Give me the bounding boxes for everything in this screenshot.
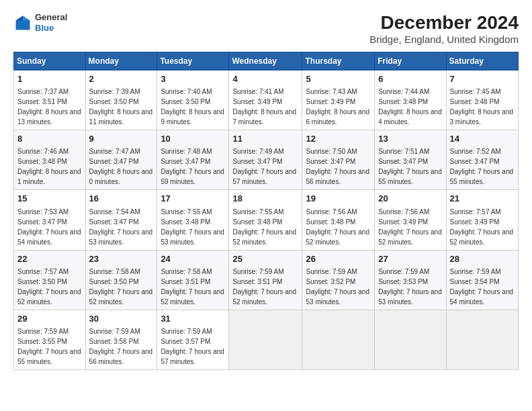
calendar-cell: 6Sunrise: 7:44 AMSunset: 3:48 PMDaylight… — [375, 71, 446, 130]
day-number: 9 — [89, 133, 154, 145]
day-info: Sunrise: 7:59 AMSunset: 3:52 PMDaylight:… — [306, 268, 369, 306]
day-info: Sunrise: 7:51 AMSunset: 3:47 PMDaylight:… — [378, 148, 442, 185]
day-info: Sunrise: 7:55 AMSunset: 3:48 PMDaylight:… — [161, 208, 224, 246]
header-sunday: Sunday — [14, 52, 86, 71]
day-number: 6 — [378, 73, 442, 85]
calendar-cell: 8Sunrise: 7:46 AMSunset: 3:48 PMDaylight… — [14, 130, 86, 190]
calendar-cell: 24Sunrise: 7:58 AMSunset: 3:51 PMDayligh… — [157, 250, 229, 310]
calendar-week-2: 8Sunrise: 7:46 AMSunset: 3:48 PMDaylight… — [14, 130, 519, 190]
calendar-cell: 21Sunrise: 7:57 AMSunset: 3:49 PMDayligh… — [446, 190, 518, 250]
calendar-header: Sunday Monday Tuesday Wednesday Thursday… — [14, 52, 519, 71]
day-number: 14 — [450, 133, 515, 145]
calendar-cell: 4Sunrise: 7:41 AMSunset: 3:49 PMDaylight… — [229, 71, 302, 130]
day-number: 17 — [161, 193, 225, 205]
calendar-cell: 12Sunrise: 7:50 AMSunset: 3:47 PMDayligh… — [302, 130, 375, 190]
header-saturday: Saturday — [446, 52, 518, 71]
calendar-week-3: 15Sunrise: 7:53 AMSunset: 3:47 PMDayligh… — [14, 190, 519, 250]
day-number: 1 — [17, 73, 82, 85]
day-info: Sunrise: 7:45 AMSunset: 3:48 PMDaylight:… — [450, 88, 514, 126]
logo-general: General — [35, 12, 67, 23]
calendar-cell: 7Sunrise: 7:45 AMSunset: 3:48 PMDaylight… — [446, 71, 518, 130]
day-number: 25 — [232, 253, 298, 265]
day-number: 28 — [450, 253, 515, 265]
calendar-week-1: 1Sunrise: 7:37 AMSunset: 3:51 PMDaylight… — [14, 71, 519, 130]
day-info: Sunrise: 7:39 AMSunset: 3:50 PMDaylight:… — [89, 88, 153, 126]
calendar-week-5: 29Sunrise: 7:59 AMSunset: 3:55 PMDayligh… — [14, 310, 519, 369]
day-info: Sunrise: 7:58 AMSunset: 3:51 PMDaylight:… — [161, 268, 224, 306]
calendar-cell: 18Sunrise: 7:55 AMSunset: 3:48 PMDayligh… — [229, 190, 302, 250]
day-number: 8 — [17, 133, 82, 145]
day-info: Sunrise: 7:59 AMSunset: 3:56 PMDaylight:… — [89, 328, 153, 365]
calendar-cell: 9Sunrise: 7:47 AMSunset: 3:47 PMDaylight… — [85, 130, 157, 190]
day-number: 11 — [232, 133, 298, 145]
calendar-cell: 17Sunrise: 7:55 AMSunset: 3:48 PMDayligh… — [157, 190, 229, 250]
day-info: Sunrise: 7:53 AMSunset: 3:47 PMDaylight:… — [17, 208, 81, 246]
day-info: Sunrise: 7:47 AMSunset: 3:47 PMDaylight:… — [89, 148, 153, 185]
calendar-subtitle: Bridge, England, United Kingdom — [369, 34, 519, 45]
day-info: Sunrise: 7:44 AMSunset: 3:48 PMDaylight:… — [378, 88, 442, 126]
day-info: Sunrise: 7:59 AMSunset: 3:51 PMDaylight:… — [232, 268, 296, 306]
day-number: 27 — [378, 253, 442, 265]
header-friday: Friday — [375, 52, 446, 71]
day-number: 10 — [161, 133, 225, 145]
calendar-cell: 25Sunrise: 7:59 AMSunset: 3:51 PMDayligh… — [229, 250, 302, 310]
calendar-cell: 14Sunrise: 7:52 AMSunset: 3:47 PMDayligh… — [446, 130, 518, 190]
day-info: Sunrise: 7:56 AMSunset: 3:48 PMDaylight:… — [306, 208, 369, 246]
calendar-cell: 16Sunrise: 7:54 AMSunset: 3:47 PMDayligh… — [85, 190, 157, 250]
day-number: 31 — [161, 313, 225, 325]
calendar-cell — [229, 310, 302, 369]
logo: General Blue — [13, 12, 67, 33]
calendar-cell: 5Sunrise: 7:43 AMSunset: 3:49 PMDaylight… — [302, 71, 375, 130]
svg-marker-1 — [23, 15, 30, 20]
day-info: Sunrise: 7:55 AMSunset: 3:48 PMDaylight:… — [232, 208, 296, 246]
day-info: Sunrise: 7:37 AMSunset: 3:51 PMDaylight:… — [17, 88, 81, 126]
day-info: Sunrise: 7:59 AMSunset: 3:53 PMDaylight:… — [378, 268, 442, 306]
day-number: 30 — [89, 313, 154, 325]
calendar-cell: 2Sunrise: 7:39 AMSunset: 3:50 PMDaylight… — [85, 71, 157, 130]
day-number: 19 — [306, 193, 371, 205]
day-number: 15 — [17, 193, 82, 205]
calendar-cell: 1Sunrise: 7:37 AMSunset: 3:51 PMDaylight… — [14, 71, 86, 130]
day-info: Sunrise: 7:40 AMSunset: 3:50 PMDaylight:… — [161, 88, 224, 126]
calendar-cell: 22Sunrise: 7:57 AMSunset: 3:50 PMDayligh… — [14, 250, 86, 310]
day-info: Sunrise: 7:43 AMSunset: 3:49 PMDaylight:… — [306, 88, 369, 126]
day-number: 13 — [378, 133, 442, 145]
day-info: Sunrise: 7:48 AMSunset: 3:47 PMDaylight:… — [161, 148, 224, 185]
calendar-cell: 29Sunrise: 7:59 AMSunset: 3:55 PMDayligh… — [14, 310, 86, 369]
calendar-cell — [446, 310, 518, 369]
day-info: Sunrise: 7:52 AMSunset: 3:47 PMDaylight:… — [450, 148, 514, 185]
logo-blue: Blue — [35, 23, 67, 34]
calendar-cell — [302, 310, 375, 369]
day-number: 3 — [161, 73, 225, 85]
day-info: Sunrise: 7:56 AMSunset: 3:49 PMDaylight:… — [378, 208, 442, 246]
day-number: 16 — [89, 193, 154, 205]
calendar-cell — [375, 310, 446, 369]
calendar-title: December 2024 — [369, 12, 519, 34]
day-number: 4 — [232, 73, 298, 85]
day-number: 7 — [450, 73, 515, 85]
day-number: 24 — [161, 253, 225, 265]
calendar-cell: 27Sunrise: 7:59 AMSunset: 3:53 PMDayligh… — [375, 250, 446, 310]
calendar-cell: 23Sunrise: 7:58 AMSunset: 3:50 PMDayligh… — [85, 250, 157, 310]
day-info: Sunrise: 7:58 AMSunset: 3:50 PMDaylight:… — [89, 268, 153, 306]
calendar-cell: 26Sunrise: 7:59 AMSunset: 3:52 PMDayligh… — [302, 250, 375, 310]
calendar-body: 1Sunrise: 7:37 AMSunset: 3:51 PMDaylight… — [14, 71, 519, 370]
day-info: Sunrise: 7:59 AMSunset: 3:55 PMDaylight:… — [17, 328, 81, 365]
header-wednesday: Wednesday — [229, 52, 302, 71]
calendar-cell: 10Sunrise: 7:48 AMSunset: 3:47 PMDayligh… — [157, 130, 229, 190]
header-tuesday: Tuesday — [157, 52, 229, 71]
day-number: 26 — [306, 253, 371, 265]
calendar-week-4: 22Sunrise: 7:57 AMSunset: 3:50 PMDayligh… — [14, 250, 519, 310]
calendar-cell: 15Sunrise: 7:53 AMSunset: 3:47 PMDayligh… — [14, 190, 86, 250]
header: General Blue December 2024 Bridge, Engla… — [13, 12, 519, 45]
header-thursday: Thursday — [302, 52, 375, 71]
logo-icon — [13, 13, 32, 32]
header-monday: Monday — [85, 52, 157, 71]
calendar-cell: 20Sunrise: 7:56 AMSunset: 3:49 PMDayligh… — [375, 190, 446, 250]
day-info: Sunrise: 7:57 AMSunset: 3:50 PMDaylight:… — [17, 268, 81, 306]
calendar-cell: 28Sunrise: 7:59 AMSunset: 3:54 PMDayligh… — [446, 250, 518, 310]
logo-text: General Blue — [35, 12, 67, 33]
day-info: Sunrise: 7:46 AMSunset: 3:48 PMDaylight:… — [17, 148, 81, 185]
svg-marker-2 — [16, 15, 24, 20]
day-info: Sunrise: 7:57 AMSunset: 3:49 PMDaylight:… — [450, 208, 514, 246]
